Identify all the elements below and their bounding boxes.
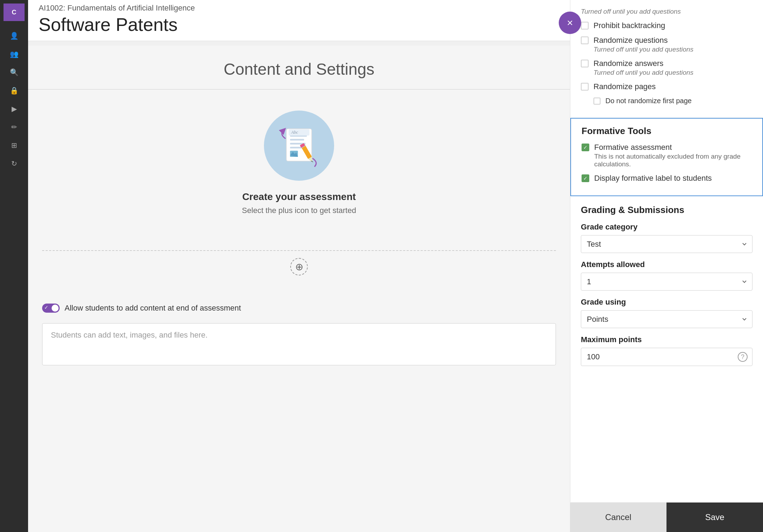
help-icon[interactable]: ? — [738, 352, 748, 362]
randomize-answers-sublabel: Turned off until you add questions — [593, 69, 694, 77]
sidebar-item-people[interactable]: 👥 — [6, 46, 22, 62]
create-title: Create your assessment — [242, 191, 356, 202]
attempts-allowed-select[interactable]: 123Unlimited — [581, 273, 752, 291]
attempts-allowed-label: Attempts allowed — [581, 260, 752, 269]
create-subtitle: Select the plus icon to get started — [242, 206, 356, 215]
top-turned-off-text: Turned off until you add questions — [581, 8, 752, 15]
display-formative-checkbox[interactable]: ✓ — [582, 174, 589, 182]
grade-using-select[interactable]: PointsPercentageLetter Grade — [581, 310, 752, 328]
formative-tools-title: Formative Tools — [582, 126, 752, 137]
randomize-questions-text: Randomize questions Turned off until you… — [593, 36, 694, 53]
maximum-points-input[interactable] — [581, 348, 752, 366]
close-icon: × — [567, 18, 573, 28]
sidebar-item-person[interactable]: 👤 — [6, 28, 22, 44]
prohibit-backtracking-label: Prohibit backtracking — [593, 21, 665, 30]
display-formative-label: Display formative label to students — [594, 174, 712, 183]
sidebar-logo[interactable]: C — [4, 4, 25, 21]
randomize-pages-label: Randomize pages — [593, 82, 656, 91]
svg-rect-2 — [290, 139, 304, 141]
content-heading: Content and Settings — [28, 46, 570, 89]
formative-tools-section: Formative Tools ✓ Formative assessment T… — [570, 118, 763, 196]
sidebar-item-lock[interactable]: 🔒 — [6, 83, 22, 98]
randomize-questions-checkbox[interactable] — [581, 36, 589, 44]
formative-assessment-text: Formative assessment This is not automat… — [594, 143, 752, 168]
top-status-section: Turned off until you add questions Prohi… — [570, 0, 763, 118]
svg-text:Abc: Abc — [291, 130, 298, 135]
bottom-buttons: Cancel Save — [570, 502, 763, 532]
sidebar-item-arrow[interactable]: ▶ — [6, 101, 22, 117]
add-content-button[interactable]: ⊕ — [290, 258, 308, 275]
student-input-area[interactable]: Students can add text, images, and files… — [42, 323, 556, 365]
close-button[interactable]: × — [559, 12, 581, 34]
randomize-questions-row: Randomize questions Turned off until you… — [581, 36, 752, 53]
do-not-randomize-row: Do not randomize first page — [581, 97, 752, 105]
randomize-answers-text: Randomize answers Turned off until you a… — [593, 59, 694, 77]
prohibit-backtracking-row: Prohibit backtracking — [581, 21, 752, 30]
formative-assessment-label: Formative assessment — [594, 143, 752, 152]
sidebar-item-search[interactable]: 🔍 — [6, 65, 22, 80]
allow-students-toggle[interactable]: ✓ — [42, 304, 60, 313]
randomize-pages-row: Randomize pages — [581, 82, 752, 91]
grading-title: Grading & Submissions — [581, 205, 752, 215]
cancel-button[interactable]: Cancel — [570, 503, 666, 532]
sidebar-item-pencil[interactable]: ✏ — [6, 119, 22, 135]
grade-using-label: Grade using — [581, 298, 752, 307]
assessment-placeholder: Abc — [28, 89, 570, 250]
formative-assessment-checkbox[interactable]: ✓ — [582, 144, 589, 151]
content-area: Content and Settings Abc — [28, 46, 570, 532]
formative-assessment-sublabel: This is not automatically excluded from … — [594, 153, 752, 168]
student-input-placeholder: Students can add text, images, and files… — [51, 331, 207, 339]
randomize-questions-label: Randomize questions — [593, 36, 694, 45]
maximum-points-container: ? — [581, 348, 752, 366]
toggle-row: ✓ Allow students to add content at end o… — [28, 297, 570, 320]
assessment-icon-circle: Abc — [264, 111, 334, 181]
main-area: AI1002: Fundamentals of Artificial Intel… — [28, 0, 763, 532]
sidebar-item-layers[interactable]: ⊞ — [6, 138, 22, 153]
randomize-questions-sublabel: Turned off until you add questions — [593, 46, 694, 53]
grade-category-select[interactable]: TestQuizAssignmentDiscussion — [581, 235, 752, 253]
grade-category-label: Grade category — [581, 222, 752, 232]
sidebar-item-refresh[interactable]: ↻ — [6, 156, 22, 171]
maximum-points-label: Maximum points — [581, 335, 752, 344]
do-not-randomize-label: Do not randomize first page — [605, 97, 692, 105]
randomize-pages-checkbox[interactable] — [581, 83, 589, 91]
display-formative-row: ✓ Display formative label to students — [582, 174, 752, 183]
save-button[interactable]: Save — [666, 503, 763, 532]
prohibit-backtracking-checkbox[interactable] — [581, 22, 589, 29]
toggle-label: Allow students to add content at end of … — [65, 304, 241, 313]
formative-assessment-row: ✓ Formative assessment This is not autom… — [582, 143, 752, 168]
randomize-answers-row: Randomize answers Turned off until you a… — [581, 59, 752, 77]
randomize-answers-label: Randomize answers — [593, 59, 694, 68]
sidebar: C 👤 👥 🔍 🔒 ▶ ✏ ⊞ ↻ — [0, 0, 28, 532]
grading-section: Grading & Submissions Grade category Tes… — [570, 196, 763, 374]
do-not-randomize-checkbox[interactable] — [593, 98, 601, 105]
svg-rect-4 — [290, 147, 303, 148]
settings-panel: Turned off until you add questions Prohi… — [570, 0, 763, 532]
randomize-answers-checkbox[interactable] — [581, 60, 589, 67]
